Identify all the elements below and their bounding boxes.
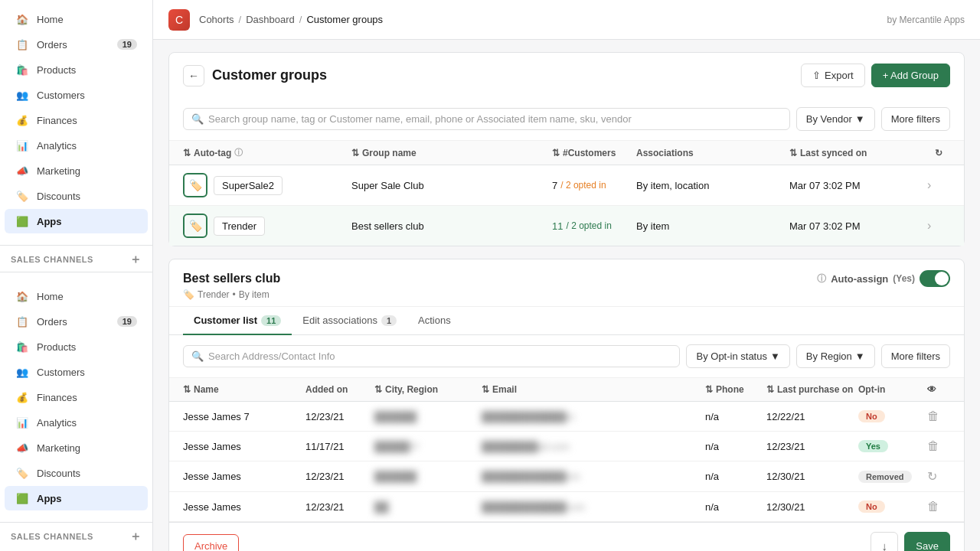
customer-email-3: ████████████om — [482, 471, 705, 482]
customer-action-2[interactable]: 🗑 — [927, 439, 950, 453]
optin-badge-4: No — [858, 500, 885, 513]
sidebar-item-apps2[interactable]: 🟩 Apps — [5, 486, 148, 510]
cth-city-region: ⇅ City, Region — [374, 384, 482, 395]
th-associations: Associations — [636, 147, 789, 158]
chevron-right-icon-2: › — [927, 219, 931, 233]
add-group-button[interactable]: + Add Group — [871, 64, 950, 87]
customers-icon: 👥 — [15, 88, 29, 102]
chevron-right-icon-1: › — [927, 178, 931, 192]
customer-email-1: ████████████m — [482, 411, 705, 422]
topbar-right: by Mercantile Apps — [887, 15, 965, 25]
th-group-name: ⇅ Group name — [351, 147, 552, 158]
panel-title-row: ← Customer groups — [183, 65, 327, 86]
by-region-button[interactable]: By Region ▼ — [796, 344, 875, 368]
auto-assign-label: Auto-assign — [831, 273, 888, 285]
customer-name-2: Jesse James — [183, 441, 305, 452]
sidebar-item-marketing2[interactable]: 📣 Marketing — [5, 435, 148, 460]
sidebar-item-finances[interactable]: 💰 Finances — [5, 108, 148, 132]
add-sales-channel-btn-1[interactable]: ＋ — [129, 253, 142, 266]
sidebar-item-products2[interactable]: 🛍️ Products — [5, 334, 148, 359]
tag-icon-1: 🏷️ — [183, 173, 207, 197]
products-icon: 🛍️ — [15, 63, 29, 77]
optin-badge-3: Removed — [858, 471, 912, 483]
tab-actions[interactable]: Actions — [407, 307, 462, 335]
cth-email: ⇅ Email — [482, 384, 705, 395]
sidebar-divider-2 — [0, 272, 152, 272]
sidebar-item-apps[interactable]: 🟩 Apps — [5, 209, 148, 233]
search-input[interactable] — [208, 113, 782, 125]
tab-customer-list[interactable]: Customer list 11 — [183, 307, 292, 335]
apps2-icon: 🟩 — [15, 491, 29, 505]
top-panel-header: ← Customer groups ⇧ Export + Add Group — [169, 53, 964, 98]
sort-icon-email: ⇅ — [482, 384, 489, 395]
cell-associations-2: By item — [636, 220, 789, 232]
customer-search-input[interactable] — [208, 350, 671, 362]
app-logo: C — [168, 9, 190, 31]
sidebar-item-analytics[interactable]: 📊 Analytics — [5, 133, 148, 158]
th-refresh[interactable]: ↻ — [927, 147, 950, 158]
by-optin-status-button[interactable]: By Opt-in status ▼ — [686, 344, 789, 368]
sidebar-item-discounts2[interactable]: 🏷️ Discounts — [5, 461, 148, 485]
customer-purchase-4: 12/30/21 — [766, 501, 858, 513]
th-last-synced: ⇅ Last synced on — [789, 147, 927, 158]
breadcrumb-cohorts[interactable]: Cohorts — [199, 14, 234, 25]
back-button[interactable]: ← — [183, 65, 204, 86]
sales-channels-label-2: SALES CHANNELS ＋ — [0, 527, 152, 544]
sidebar-divider-3 — [0, 522, 152, 523]
sidebar: 🏠 Home 📋 Orders 19 🛍️ Products 👥 Custome… — [0, 0, 153, 551]
analytics2-icon: 📊 — [15, 416, 29, 429]
customer-added-3: 12/23/21 — [305, 471, 374, 482]
sidebar-item-orders[interactable]: 📋 Orders 19 — [5, 32, 148, 57]
save-button[interactable]: Save — [904, 532, 950, 551]
cth-opt-in: Opt-in — [858, 384, 927, 395]
tab-edit-associations[interactable]: Edit associations 1 — [292, 307, 407, 335]
table-row[interactable]: 🏷️ Trender Best sellers club 11 / 2 opte… — [169, 206, 964, 246]
panel-footer: Archive ↓ Save — [169, 522, 964, 551]
lower-panel-subtitle: 🏷️ Trender • By item — [183, 289, 950, 300]
sidebar-item-home[interactable]: 🏠 Home — [5, 7, 148, 31]
auto-assign-switch[interactable] — [920, 270, 950, 287]
sort-icon-group-name: ⇅ — [351, 148, 359, 158]
export-icon: ⇧ — [812, 70, 821, 81]
customer-city-1: ██████ — [374, 411, 482, 422]
breadcrumb-separator-2: / — [299, 14, 302, 25]
download-icon-button[interactable]: ↓ — [871, 532, 898, 551]
sidebar-item-discounts[interactable]: 🏷️ Discounts — [5, 184, 148, 208]
sort-icon-auto-tag: ⇅ — [183, 148, 191, 158]
cell-auto-tag-1: 🏷️ SuperSale2 — [183, 173, 351, 197]
footer-right: ↓ Save — [871, 532, 950, 551]
optin-badge-1: No — [858, 410, 885, 422]
customer-more-filters-button[interactable]: More filters — [881, 344, 950, 368]
customer-action-4[interactable]: 🗑 — [927, 500, 950, 514]
cth-last-purchase: ⇅ Last purchase on — [766, 384, 858, 395]
sidebar-item-home2[interactable]: 🏠 Home — [5, 284, 148, 308]
sidebar-item-finances2[interactable]: 💰 Finances — [5, 385, 148, 409]
breadcrumb-dashboard[interactable]: Dashboard — [246, 14, 295, 25]
sidebar-item-customers2[interactable]: 👥 Customers — [5, 360, 148, 384]
sort-icon-last-synced: ⇅ — [789, 148, 797, 158]
cell-associations-1: By item, location — [636, 180, 789, 191]
customer-optin-4: No — [858, 500, 927, 513]
sidebar-item-customers[interactable]: 👥 Customers — [5, 83, 148, 107]
cth-phone: ⇅ Phone — [705, 384, 766, 395]
archive-button[interactable]: Archive — [183, 534, 239, 552]
sidebar-item-marketing[interactable]: 📣 Marketing — [5, 158, 148, 183]
add-sales-channel-btn-2[interactable]: ＋ — [129, 530, 142, 543]
export-button[interactable]: ⇧ Export — [801, 64, 865, 87]
auto-assign-toggle: ⓘ Auto-assign (Yes) — [817, 270, 950, 287]
tab-count-edit-associations: 1 — [381, 315, 397, 326]
customer-search-wrap: 🔍 — [183, 345, 680, 367]
customer-name-1: Jesse James 7 — [183, 411, 305, 422]
sidebar-item-analytics2[interactable]: 📊 Analytics — [5, 410, 148, 435]
sidebar-item-products[interactable]: 🛍️ Products — [5, 57, 148, 82]
customer-city-3: ██████ — [374, 471, 482, 482]
customer-row: Jesse James 12/23/21 ██ ████████████com … — [169, 492, 964, 522]
customer-action-1[interactable]: 🗑 — [927, 409, 950, 423]
customer-action-3[interactable]: ↻ — [927, 469, 950, 484]
cell-last-synced-1: Mar 07 3:02 PM — [789, 180, 927, 191]
more-filters-button[interactable]: More filters — [881, 107, 950, 131]
by-vendor-button[interactable]: By Vendor ▼ — [796, 107, 875, 131]
table-row[interactable]: 🏷️ SuperSale2 Super Sale Club 7 / 2 opte… — [169, 165, 964, 206]
topbar: C Cohorts / Dashboard / Customer groups … — [153, 0, 980, 40]
sidebar-item-orders2[interactable]: 📋 Orders 19 — [5, 309, 148, 334]
